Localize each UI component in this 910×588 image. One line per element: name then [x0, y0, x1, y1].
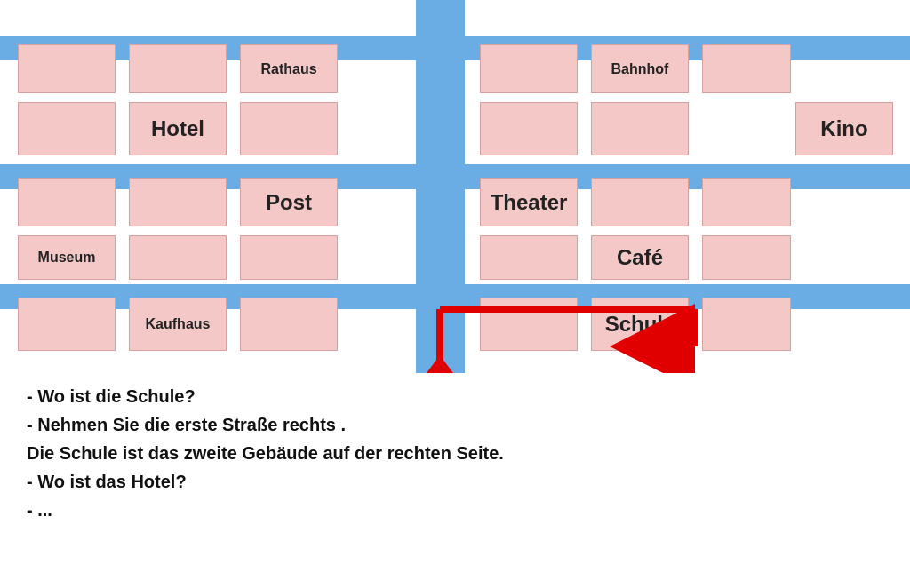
- building-b24: [702, 235, 791, 280]
- map-area: RathausBahnhofHotelKinoPostTheaterMuseum…: [0, 0, 910, 373]
- building-b9: [240, 102, 338, 155]
- text-line-5: - ...: [27, 496, 883, 524]
- text-area: - Wo ist die Schule? - Nehmen Sie die er…: [0, 373, 910, 533]
- text-line-4: - Wo ist das Hotel?: [27, 467, 883, 496]
- building-b10: [480, 102, 578, 155]
- building-b15: Post: [240, 178, 338, 226]
- building-b6: [702, 44, 791, 93]
- building-b7: [18, 102, 116, 155]
- building-b4: [480, 44, 578, 93]
- building-b2: [129, 44, 227, 93]
- building-b27: [240, 298, 338, 351]
- text-line-2: - Nehmen Sie die erste Straße rechts .: [27, 410, 883, 439]
- building-b18: [702, 178, 791, 226]
- building-b29: Schule: [591, 298, 689, 351]
- road-vertical: [416, 0, 465, 373]
- building-b1: [18, 44, 116, 93]
- building-b22: [480, 235, 578, 280]
- building-b25: [18, 298, 116, 351]
- building-b23: Café: [591, 235, 689, 280]
- building-b5: Bahnhof: [591, 44, 689, 93]
- building-b30: [702, 298, 791, 351]
- building-b3: Rathaus: [240, 44, 338, 93]
- building-b14: [129, 178, 227, 226]
- building-b16: Theater: [480, 178, 578, 226]
- building-b28: [480, 298, 578, 351]
- building-b21: [240, 235, 338, 280]
- building-b13: [18, 178, 116, 226]
- text-line-1: - Wo ist die Schule?: [27, 382, 883, 410]
- building-b26: Kaufhaus: [129, 298, 227, 351]
- building-b19: Museum: [18, 235, 116, 280]
- building-b20: [129, 235, 227, 280]
- text-line-3: Die Schule ist das zweite Gebäude auf de…: [27, 439, 883, 467]
- building-b8: Hotel: [129, 102, 227, 155]
- building-b11: [591, 102, 689, 155]
- building-b17: [591, 178, 689, 226]
- building-b12: Kino: [795, 102, 893, 155]
